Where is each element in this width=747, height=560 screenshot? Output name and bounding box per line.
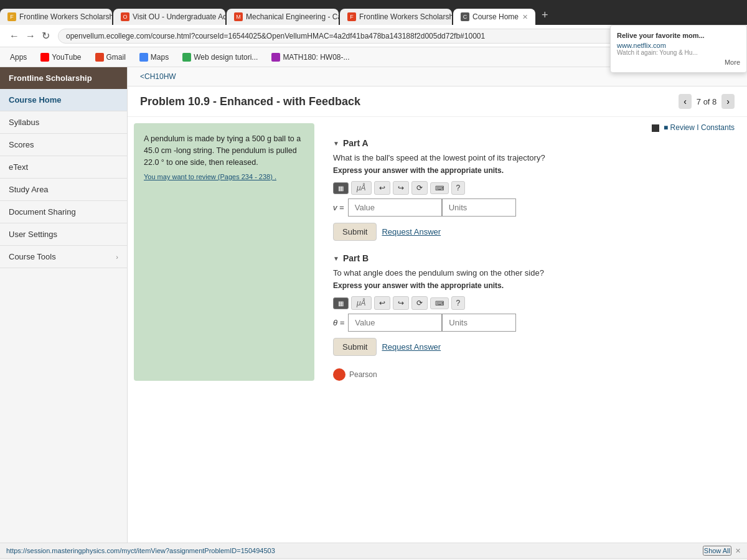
part-b-mu-button[interactable]: μÅ — [351, 296, 372, 310]
problem-title: Problem 10.9 - Enhanced - with Feedback — [140, 95, 360, 108]
part-a-header[interactable]: ▼ Part A — [333, 138, 735, 148]
next-problem-button[interactable]: › — [721, 94, 735, 109]
part-a-section: ▼ Part A What is the ball's speed at the… — [333, 138, 735, 241]
problem-text: A pendulum is made by tying a 500 g ball… — [144, 133, 304, 168]
part-b-reset-button[interactable]: ⟳ — [411, 296, 428, 310]
web-design-label: Web design tutori... — [194, 53, 258, 62]
review-constants-link[interactable]: ■ Review I Constants — [333, 123, 735, 132]
sidebar-item-etext[interactable]: eText — [0, 156, 127, 179]
part-a-value-input[interactable] — [348, 198, 441, 217]
bookmark-maps[interactable]: Maps — [136, 52, 172, 63]
tab-course-home[interactable]: C Course Home ✕ — [453, 9, 535, 25]
gmail-label: Gmail — [106, 53, 126, 62]
sidebar-item-document-sharing[interactable]: Document Sharing — [0, 201, 127, 223]
part-a-units-input[interactable] — [441, 198, 516, 217]
course-tools-chevron-icon: › — [116, 253, 118, 261]
bookmark-youtube[interactable]: YouTube — [37, 52, 85, 63]
part-a-triangle-icon: ▼ — [333, 140, 339, 147]
tab-visit-ou[interactable]: O Visit OU - Undergraduate Adm... ✕ — [113, 9, 225, 25]
problem-review-link[interactable]: You may want to review (Pages 234 - 238)… — [144, 172, 304, 182]
tab-close-5[interactable]: ✕ — [522, 13, 528, 21]
part-a-keyboard-button[interactable]: ⌨ — [430, 182, 449, 194]
problem-body: A pendulum is made by tying a 500 g ball… — [128, 117, 747, 387]
part-b-instruction: Express your answer with the appropriate… — [333, 281, 735, 290]
part-a-help-button[interactable]: ? — [451, 181, 466, 195]
apps-label: Apps — [10, 53, 27, 62]
part-a-undo-button[interactable]: ↩ — [374, 181, 390, 195]
sidebar-item-course-tools[interactable]: Course Tools › — [0, 246, 127, 268]
sidebar-item-scores[interactable]: Scores — [0, 134, 127, 156]
math180-label: MATH180: HW08-... — [283, 53, 349, 62]
back-button[interactable]: ← — [6, 30, 22, 42]
popup-title: Relive your favorite mom... — [617, 32, 740, 39]
tab-icon-5: C — [461, 12, 469, 21]
part-b-value-input[interactable] — [348, 314, 441, 332]
sidebar: Frontline Scholarship Course Home Syllab… — [0, 67, 128, 543]
part-a-toolbar: ▦ μÅ ↩ ↪ ⟳ ⌨ ? — [333, 181, 735, 195]
bookmark-web-design[interactable]: Web design tutori... — [179, 52, 261, 63]
part-b-units-input[interactable] — [441, 314, 516, 332]
part-b-matrix-button[interactable]: ▦ — [333, 297, 349, 309]
pearson-label: Pearson — [349, 370, 377, 379]
tab-label-3: Mechanical Engineering - Care... — [246, 12, 339, 21]
tab-frontline-scholarship-2[interactable]: F Frontline Workers Scholarship ✕ — [340, 9, 452, 25]
tab-bar: F Frontline Workers Scholarship ✕ O Visi… — [0, 0, 747, 25]
prev-problem-button[interactable]: ‹ — [679, 94, 692, 109]
part-b-keyboard-button[interactable]: ⌨ — [430, 297, 449, 309]
part-a-question: What is the ball's speed at the lowest p… — [333, 153, 735, 162]
tab-icon-2: O — [121, 12, 129, 21]
sidebar-item-study-area[interactable]: Study Area — [0, 179, 127, 201]
part-b-label: Part B — [343, 253, 369, 263]
part-a-input-row: v = — [333, 198, 735, 217]
show-all-button[interactable]: Show All — [703, 546, 731, 556]
part-b-help-button[interactable]: ? — [451, 296, 466, 310]
reload-button[interactable]: ↻ — [39, 30, 53, 42]
tab-frontline-scholarship-1[interactable]: F Frontline Workers Scholarship ✕ — [0, 9, 112, 25]
part-b-actions: Submit Request Answer — [333, 338, 735, 356]
part-b-triangle-icon: ▼ — [333, 255, 339, 262]
tab-icon-3: M — [234, 12, 243, 21]
web-design-icon — [182, 53, 191, 62]
bookmark-gmail[interactable]: Gmail — [92, 52, 129, 63]
gmail-icon — [95, 53, 104, 62]
problem-nav-label: 7 of 8 — [697, 97, 717, 106]
popup-notification: Relive your favorite mom... www.netflix.… — [610, 25, 747, 73]
part-b-redo-button[interactable]: ↪ — [393, 296, 409, 310]
part-a-submit-button[interactable]: Submit — [333, 223, 377, 241]
part-b-submit-button[interactable]: Submit — [333, 338, 377, 356]
part-b-toolbar: ▦ μÅ ↩ ↪ ⟳ ⌨ ? — [333, 296, 735, 310]
new-tab-button[interactable]: + — [537, 9, 553, 22]
part-b-request-answer-button[interactable]: Request Answer — [382, 342, 441, 352]
sidebar-item-user-settings[interactable]: User Settings — [0, 223, 127, 246]
tab-label-1: Frontline Workers Scholarship — [19, 12, 112, 21]
tab-label-5: Course Home — [472, 12, 519, 21]
tab-label-2: Visit OU - Undergraduate Adm... — [133, 12, 225, 21]
pearson-logo-icon — [333, 368, 345, 381]
popup-more[interactable]: More — [725, 58, 740, 66]
close-bottom-icon[interactable]: ✕ — [735, 547, 741, 555]
part-a-redo-button[interactable]: ↪ — [393, 181, 409, 195]
part-b-undo-button[interactable]: ↩ — [374, 296, 390, 310]
part-b-question: To what angle does the pendulum swing on… — [333, 268, 735, 278]
part-a-matrix-button[interactable]: ▦ — [333, 182, 349, 194]
part-b-header[interactable]: ▼ Part B — [333, 253, 735, 263]
bookmark-apps[interactable]: Apps — [6, 52, 31, 63]
part-a-mu-button[interactable]: μÅ — [351, 181, 372, 195]
part-a-instruction: Express your answer with the appropriate… — [333, 166, 735, 175]
part-a-input-label: v = — [333, 203, 344, 212]
main-layout: Frontline Scholarship Course Home Syllab… — [0, 67, 747, 543]
popup-subtitle: Watch it again: Young & Hu... — [617, 49, 740, 56]
part-a-request-answer-button[interactable]: Request Answer — [382, 227, 441, 236]
popup-url: www.netflix.com — [617, 42, 740, 49]
review-constants-icon — [652, 124, 659, 132]
sidebar-item-course-home[interactable]: Course Home — [0, 89, 127, 111]
bottom-bar-right: Show All ✕ — [703, 546, 741, 556]
part-a-reset-button[interactable]: ⟳ — [411, 181, 428, 195]
breadcrumb-link[interactable]: <CH10HW — [140, 72, 176, 81]
bookmark-math180[interactable]: MATH180: HW08-... — [268, 52, 353, 63]
tab-icon-4: F — [347, 12, 356, 21]
sidebar-item-syllabus[interactable]: Syllabus — [0, 111, 127, 134]
problem-statement: A pendulum is made by tying a 500 g ball… — [134, 123, 314, 381]
forward-button[interactable]: → — [22, 30, 39, 42]
tab-mechanical-eng[interactable]: M Mechanical Engineering - Care... ✕ — [227, 9, 339, 25]
